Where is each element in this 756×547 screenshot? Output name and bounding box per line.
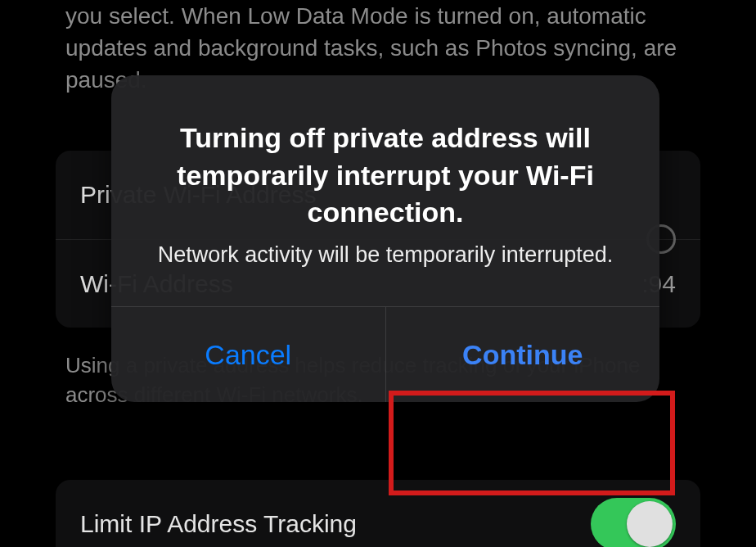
dialog-title: Turning off private address will tempora… <box>147 120 623 232</box>
dialog-content: Turning off private address will tempora… <box>111 75 659 306</box>
cancel-button[interactable]: Cancel <box>111 307 385 402</box>
toggle-knob <box>627 501 673 547</box>
dialog-buttons: Cancel Continue <box>111 306 659 402</box>
dialog-message: Network activity will be temporarily int… <box>147 240 623 271</box>
limit-ip-tracking-row[interactable]: Limit IP Address Tracking <box>56 480 700 547</box>
limit-ip-tracking-toggle[interactable] <box>591 498 676 547</box>
tracking-section: Limit IP Address Tracking <box>56 480 700 547</box>
confirm-dialog: Turning off private address will tempora… <box>111 75 659 402</box>
limit-ip-tracking-label: Limit IP Address Tracking <box>80 510 357 538</box>
continue-button[interactable]: Continue <box>385 307 660 402</box>
